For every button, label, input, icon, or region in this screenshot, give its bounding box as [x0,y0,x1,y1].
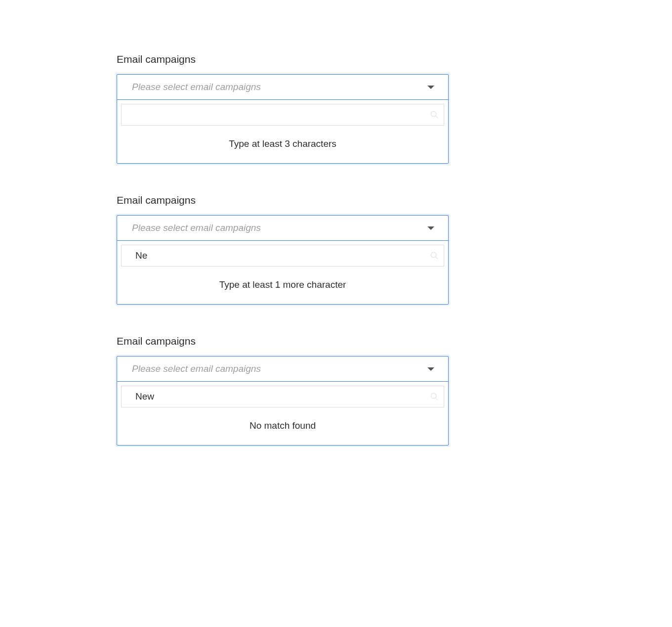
search-input-wrap [121,245,444,267]
select-placeholder: Please select email campaigns [132,223,261,233]
caret-down-icon [427,86,434,89]
dropdown-panel: Type at least 3 characters [117,99,448,163]
dropdown-panel: Type at least 1 more character [117,240,448,304]
search-input[interactable] [122,245,444,266]
select-placeholder: Please select email campaigns [132,363,261,374]
caret-down-icon [427,367,434,371]
search-input-wrap [121,104,444,126]
hint-text: Type at least 1 more character [121,267,444,300]
select-box: Please select email campaigns Type at le… [117,74,449,164]
field-label: Email campaigns [117,53,449,65]
field-label: Email campaigns [117,194,449,206]
search-input[interactable] [122,386,444,407]
select-placeholder: Please select email campaigns [132,82,261,92]
select-header[interactable]: Please select email campaigns [117,216,448,240]
search-input-wrap [121,386,444,407]
select-header[interactable]: Please select email campaigns [117,357,448,381]
email-campaigns-field: Email campaigns Please select email camp… [117,194,449,305]
caret-down-icon [427,226,434,230]
field-label: Email campaigns [117,335,449,347]
hint-text: No match found [121,407,444,441]
email-campaigns-field: Email campaigns Please select email camp… [117,335,449,446]
select-box: Please select email campaigns No match f… [117,356,449,446]
search-input[interactable] [122,104,444,125]
select-header[interactable]: Please select email campaigns [117,75,448,99]
select-box: Please select email campaigns Type at le… [117,215,449,305]
email-campaigns-field: Email campaigns Please select email camp… [117,53,449,164]
dropdown-panel: No match found [117,381,448,445]
hint-text: Type at least 3 characters [121,126,444,159]
